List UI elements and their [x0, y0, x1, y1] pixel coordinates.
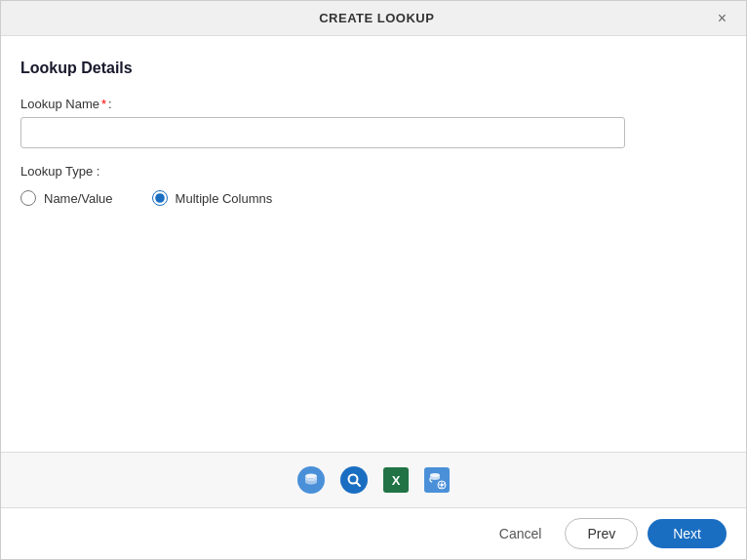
database-settings-icon — [424, 467, 450, 493]
dialog-body: Lookup Details Lookup Name*: Lookup Type… — [1, 36, 746, 452]
svg-point-3 — [430, 473, 440, 477]
lookup-name-input[interactable] — [20, 117, 625, 148]
lookup-type-label: Lookup Type : — [20, 164, 727, 179]
excel-icon: X — [383, 467, 409, 493]
footer-actions: Cancel Prev Next — [1, 507, 746, 559]
excel-icon-button[interactable]: X — [379, 463, 413, 497]
radio-multiple-columns-label: Multiple Columns — [176, 191, 273, 206]
prev-button[interactable]: Prev — [565, 518, 638, 549]
database-icon-button[interactable] — [294, 462, 329, 498]
search-icon — [340, 466, 368, 494]
radio-multiple-columns-input[interactable] — [152, 190, 168, 206]
radio-group: Name/Value Multiple Columns — [20, 190, 727, 206]
svg-point-5 — [441, 484, 443, 486]
close-button[interactable]: × — [714, 11, 730, 26]
footer-icons-bar: X — [1, 452, 746, 507]
radio-name-value[interactable]: Name/Value — [20, 190, 113, 206]
radio-name-value-label: Name/Value — [44, 191, 113, 206]
dialog-header: CREATE LOOKUP × — [1, 1, 746, 36]
required-star: * — [101, 97, 106, 111]
dialog-title: CREATE LOOKUP — [40, 11, 714, 25]
radio-name-value-input[interactable] — [20, 190, 36, 206]
lookup-name-label: Lookup Name*: — [20, 97, 727, 111]
svg-line-2 — [356, 482, 360, 486]
next-button[interactable]: Next — [648, 519, 727, 548]
search-icon-button[interactable] — [336, 462, 372, 498]
database-settings-icon-button[interactable] — [420, 463, 453, 497]
section-title: Lookup Details — [20, 60, 727, 77]
svg-point-0 — [305, 474, 317, 479]
radio-multiple-columns[interactable]: Multiple Columns — [152, 190, 273, 206]
database-icon — [297, 466, 325, 494]
cancel-button[interactable]: Cancel — [486, 520, 556, 547]
create-lookup-dialog: CREATE LOOKUP × Lookup Details Lookup Na… — [0, 0, 747, 560]
